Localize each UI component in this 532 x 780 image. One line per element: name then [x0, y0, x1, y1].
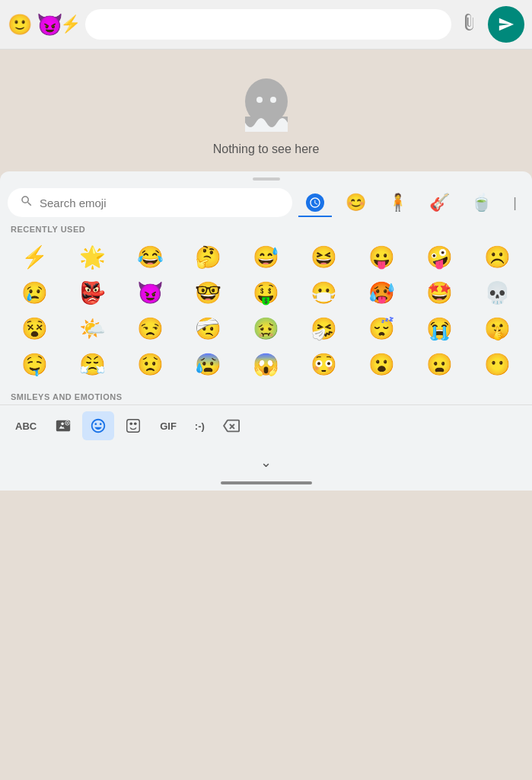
emoji-toggle-icon[interactable]: 🙂 [8, 13, 32, 37]
list-item[interactable]: 😂 [122, 240, 178, 274]
list-item[interactable]: 🤕 [180, 312, 236, 346]
list-item[interactable]: 🤤 [6, 347, 62, 382]
home-indicator [221, 481, 312, 484]
keyboard-emoticon-button[interactable]: :-) [187, 414, 212, 438]
list-item[interactable]: 😳 [296, 347, 352, 382]
empty-state-text: Nothing to see here [213, 142, 320, 156]
search-box[interactable] [8, 188, 292, 217]
keyboard-gif-button[interactable]: GIF [152, 414, 184, 438]
emoji-panel: 😊 🧍 🎸 🍵 | RECENTLY USED ⚡ 🌟 😂 🤔 😅 😆 😛 🤪 … [0, 171, 532, 446]
drag-handle-bar [253, 177, 280, 181]
tab-smileys[interactable]: 😊 [338, 188, 374, 217]
tab-more[interactable]: | [505, 190, 524, 216]
chevron-down-icon[interactable]: ⌄ [260, 454, 272, 471]
svg-point-7 [134, 422, 137, 425]
list-item[interactable]: 😴 [354, 312, 410, 346]
list-item[interactable]: 😅 [237, 240, 294, 274]
list-item[interactable]: 😭 [412, 312, 468, 346]
tab-recent[interactable] [298, 189, 332, 216]
message-input[interactable] [85, 9, 451, 40]
list-item[interactable]: 😦 [412, 347, 468, 382]
list-item[interactable]: 🤔 [180, 240, 236, 274]
keyboard-abc-button[interactable]: ABC [8, 414, 44, 438]
keyboard-emoji-button[interactable] [82, 411, 114, 440]
list-item[interactable]: 🤩 [412, 276, 468, 310]
smileys-label: SMILEYS AND EMOTIONS [0, 385, 532, 404]
list-item[interactable]: 😤 [64, 347, 120, 382]
empty-state: Nothing to see here [0, 50, 532, 171]
list-item[interactable]: 😢 [6, 276, 62, 310]
list-item[interactable]: 🤪 [412, 240, 468, 274]
list-item[interactable]: 😛 [354, 240, 410, 274]
attachment-icon[interactable] [460, 13, 479, 36]
list-item[interactable]: 🤢 [237, 312, 294, 346]
list-item[interactable]: 😟 [122, 347, 178, 382]
chevron-row: ⌄ [0, 446, 532, 475]
keyboard-backspace-button[interactable] [215, 411, 247, 440]
list-item[interactable]: 🤓 [180, 276, 236, 310]
keyboard-sticker-button[interactable] [47, 411, 79, 440]
keyboard-bitmoji-button[interactable] [117, 411, 149, 440]
svg-point-3 [270, 97, 276, 103]
list-item[interactable]: 🤧 [296, 312, 352, 346]
list-item[interactable]: 😒 [122, 312, 178, 346]
svg-rect-5 [127, 420, 140, 433]
search-icon [20, 194, 33, 211]
search-row: 😊 🧍 🎸 🍵 | [0, 184, 532, 217]
list-item[interactable]: 😆 [296, 240, 352, 274]
emoji-grid-recent: ⚡ 🌟 😂 🤔 😅 😆 😛 🤪 ☹️ 😢 👺 😈 🤓 🤑 😷 🥵 🤩 💀 😵 🌤… [0, 237, 532, 385]
list-item[interactable]: 😰 [180, 347, 236, 382]
svg-point-2 [256, 97, 263, 103]
list-item[interactable]: ☹️ [470, 240, 526, 274]
sticker-preview: 😈 ⚡ [37, 12, 81, 37]
list-item[interactable]: 🤫 [470, 312, 526, 346]
list-item[interactable]: ⚡ [6, 240, 62, 274]
list-item[interactable]: 😮 [354, 347, 410, 382]
search-input[interactable] [40, 197, 280, 209]
recently-used-label: RECENTLY USED [0, 217, 532, 237]
list-item[interactable]: 😱 [237, 347, 294, 382]
svg-point-6 [130, 422, 133, 425]
send-button[interactable] [488, 6, 524, 43]
list-item[interactable]: 🥵 [354, 276, 410, 310]
list-item[interactable]: 💀 [470, 276, 526, 310]
bottom-bar [0, 475, 532, 491]
top-bar: 🙂 😈 ⚡ [0, 0, 532, 50]
list-item[interactable]: 😈 [122, 276, 178, 310]
clock-icon [306, 193, 324, 212]
list-item[interactable]: 🤑 [237, 276, 294, 310]
list-item[interactable]: 🌟 [64, 240, 120, 274]
list-item[interactable]: 😶 [470, 347, 526, 382]
drag-handle[interactable] [0, 171, 532, 184]
list-item[interactable]: 😷 [296, 276, 352, 310]
tab-food[interactable]: 🍵 [464, 188, 499, 217]
tab-activities[interactable]: 🎸 [422, 188, 457, 217]
ghost-icon [240, 72, 293, 136]
list-item[interactable]: 👺 [64, 276, 120, 310]
list-item[interactable]: 🌤️ [64, 312, 120, 346]
list-item[interactable]: 😵 [6, 312, 62, 346]
keyboard-bar: ABC GIF :-) [0, 404, 532, 446]
tab-people[interactable]: 🧍 [380, 188, 416, 217]
